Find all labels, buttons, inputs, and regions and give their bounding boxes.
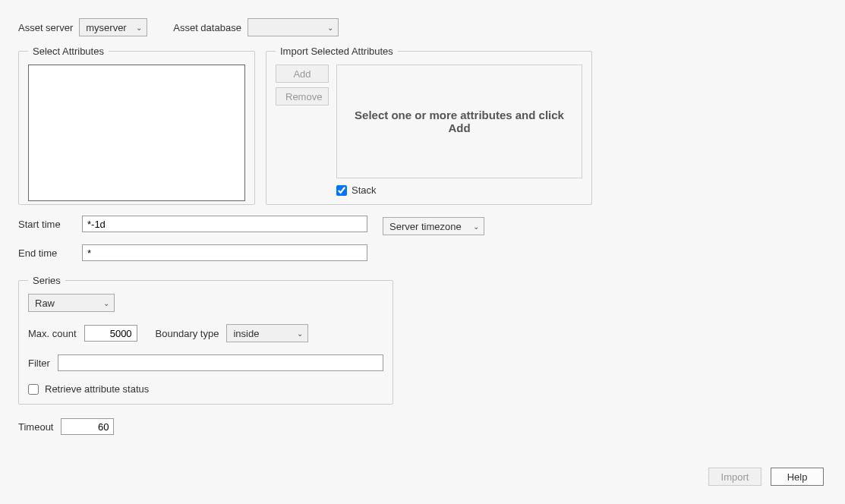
end-time-input[interactable] <box>82 244 367 261</box>
boundary-type-select[interactable]: inside ⌄ <box>226 324 308 342</box>
boundary-type-label: Boundary type <box>156 328 219 339</box>
import-message: Select one or more attributes and click … <box>336 65 582 178</box>
asset-server-select[interactable]: myserver ⌄ <box>79 18 147 36</box>
select-attributes-legend: Select Attributes <box>28 46 109 57</box>
series-group: Series Raw ⌄ Max. count Boundary type in… <box>18 275 393 405</box>
max-count-label: Max. count <box>28 328 77 339</box>
asset-database-select[interactable]: ⌄ <box>248 18 339 36</box>
start-time-label: Start time <box>18 219 79 230</box>
max-count-input[interactable] <box>84 325 137 342</box>
stack-checkbox[interactable] <box>336 185 347 196</box>
timezone-value: Server timezone <box>389 221 462 232</box>
remove-button[interactable]: Remove <box>276 87 329 106</box>
start-time-input[interactable] <box>82 216 367 232</box>
series-mode-value: Raw <box>35 298 55 309</box>
chevron-down-icon: ⌄ <box>297 329 303 338</box>
filter-input[interactable] <box>58 354 383 371</box>
chevron-down-icon: ⌄ <box>136 24 142 32</box>
help-button[interactable]: Help <box>771 468 824 486</box>
add-button[interactable]: Add <box>276 65 329 83</box>
timeout-label: Timeout <box>18 421 53 433</box>
series-legend: Series <box>28 275 65 286</box>
import-selected-legend: Import Selected Attributes <box>276 46 398 57</box>
end-time-label: End time <box>18 247 79 259</box>
boundary-type-value: inside <box>233 328 259 339</box>
series-mode-select[interactable]: Raw ⌄ <box>28 294 115 312</box>
chevron-down-icon: ⌄ <box>327 24 333 32</box>
chevron-down-icon: ⌄ <box>473 222 479 231</box>
filter-label: Filter <box>28 358 50 369</box>
chevron-down-icon: ⌄ <box>103 299 109 307</box>
attributes-listbox[interactable] <box>28 65 245 201</box>
select-attributes-group: Select Attributes <box>18 46 255 205</box>
asset-server-label: Asset server <box>18 22 73 33</box>
import-button[interactable]: Import <box>708 468 761 486</box>
retrieve-status-checkbox[interactable] <box>28 384 39 395</box>
retrieve-status-label: Retrieve attribute status <box>45 383 149 395</box>
timeout-input[interactable] <box>61 418 114 435</box>
asset-database-label: Asset database <box>173 22 241 33</box>
asset-server-value: myserver <box>86 22 126 33</box>
import-selected-group: Import Selected Attributes Add Remove Se… <box>266 46 592 205</box>
timezone-select[interactable]: Server timezone ⌄ <box>383 217 484 235</box>
stack-label: Stack <box>352 184 377 196</box>
